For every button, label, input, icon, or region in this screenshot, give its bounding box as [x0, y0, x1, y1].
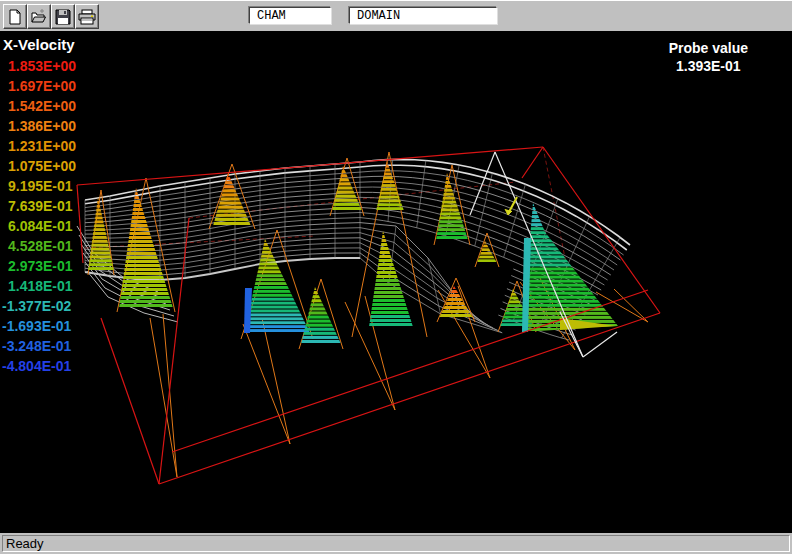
new-button[interactable]: [3, 4, 27, 29]
velocity-legend: X-Velocity 1.853E+001.697E+001.542E+001.…: [2, 36, 122, 376]
velocity-profile: [437, 286, 475, 317]
velocity-profile: [475, 241, 499, 262]
probe-readout: Probe value 1.393E-01: [669, 39, 748, 75]
cham-field[interactable]: CHAM: [249, 7, 331, 24]
legend-entry: 1.697E+00: [2, 76, 122, 96]
domain-field[interactable]: DOMAIN: [349, 7, 497, 24]
open-button[interactable]: [27, 4, 51, 29]
legend-entry: 1.853E+00: [2, 56, 122, 76]
velocity-profile: [434, 173, 470, 239]
legend-entry: 2.973E-01: [2, 256, 122, 276]
legend-entry: 1.075E+00: [2, 156, 122, 176]
open-folder-icon: [31, 9, 47, 25]
probe-value: 1.393E-01: [669, 57, 748, 75]
phoenics-viewer-window: CHAM DOMAIN X-Velocity 1.853E+001.697E+0…: [0, 0, 792, 554]
print-button[interactable]: [75, 4, 99, 29]
legend-entry: 1.542E+00: [2, 96, 122, 116]
legend-entry: -4.804E-01: [2, 356, 122, 376]
legend-entry: 1.386E+00: [2, 116, 122, 136]
status-message: Ready: [2, 535, 790, 552]
velocity-profile: [520, 203, 620, 331]
print-icon: [78, 9, 96, 25]
legend-entry: 4.528E-01: [2, 236, 122, 256]
graphics-viewport[interactable]: X-Velocity 1.853E+001.697E+001.542E+001.…: [0, 31, 792, 533]
legend-entry: -3.248E-01: [2, 336, 122, 356]
probe-label: Probe value: [669, 39, 748, 57]
legend-entry: 1.231E+00: [2, 136, 122, 156]
legend-entry: 7.639E-01: [2, 196, 122, 216]
velocity-profile: [299, 287, 343, 343]
legend-entry: 9.195E-01: [2, 176, 122, 196]
status-bar: Ready: [0, 533, 792, 554]
save-button[interactable]: [51, 4, 75, 29]
new-file-icon: [7, 9, 23, 25]
legend-entry: -1.377E-02: [2, 296, 122, 316]
toolbar: CHAM DOMAIN: [0, 0, 792, 31]
legend-entry: 6.084E-01: [2, 216, 122, 236]
save-floppy-icon: [55, 9, 71, 25]
legend-entry: -1.693E-01: [2, 316, 122, 336]
legend-entry: 1.418E-01: [2, 276, 122, 296]
legend-title: X-Velocity: [3, 36, 122, 53]
velocity-profile: [242, 239, 312, 332]
velocity-profile: [117, 188, 175, 307]
